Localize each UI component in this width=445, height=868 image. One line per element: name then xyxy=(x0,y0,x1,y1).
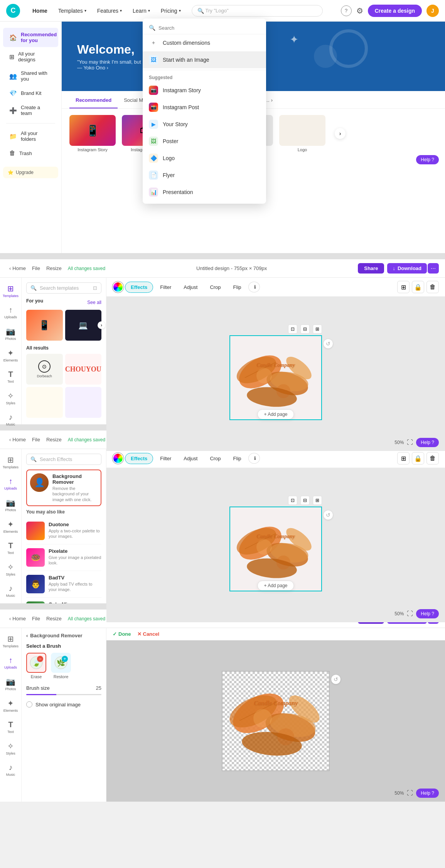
download-button[interactable]: ↓ Download xyxy=(387,263,427,274)
effect-badtv[interactable]: 👨 BadTV Apply bad TV effects to your ima… xyxy=(26,571,101,598)
sidebar-text-3[interactable]: T Text xyxy=(2,717,20,737)
canvas-image-1[interactable]: Candle Company xyxy=(233,341,318,414)
grid-toggle-icon[interactable]: ⊞ xyxy=(397,281,410,293)
sidebar-templates-3[interactable]: ⊞ Templates xyxy=(2,631,20,651)
sidebar-text-2[interactable]: T Text xyxy=(2,538,20,558)
delete-icon-2[interactable]: 🗑 xyxy=(426,452,439,464)
bg-remover-item[interactable]: 👤 Background Remover Remove the backgrou… xyxy=(26,469,101,506)
more-options-button[interactable]: ⋯ xyxy=(428,263,439,274)
dropdown-presentation[interactable]: 📊 Presentation xyxy=(143,184,266,201)
fullscreen-icon-2[interactable]: ⛶ xyxy=(407,610,413,617)
copy-page-btn[interactable]: ⊡ xyxy=(288,324,297,334)
erase-option[interactable]: 🍃 − Erase xyxy=(26,653,46,679)
help-button[interactable]: Help ? xyxy=(416,155,439,164)
dropdown-flyer[interactable]: 📄 Flyer xyxy=(143,167,266,184)
settings-icon[interactable]: ⚙ xyxy=(356,6,363,15)
sidebar-text[interactable]: T Text xyxy=(2,367,20,387)
sidebar-elements-2[interactable]: ✦ Elements xyxy=(2,517,20,537)
info-button-2[interactable]: ℹ xyxy=(248,453,260,464)
sidebar-music-2[interactable]: ♪ Music xyxy=(2,581,20,601)
sidebar-photos-2[interactable]: 📷 Photos xyxy=(2,495,20,515)
help-button-2[interactable]: Help ? xyxy=(416,609,439,618)
done-button[interactable]: ✓ Done xyxy=(113,631,131,637)
copy-page-btn-2[interactable]: ⊡ xyxy=(288,496,297,505)
file-btn-3[interactable]: File xyxy=(29,614,43,623)
sidebar-item-brand-kit[interactable]: 💎 Brand Kit xyxy=(3,86,58,101)
sidebar-uploads[interactable]: ↑ Uploads xyxy=(2,302,20,322)
share-button[interactable]: Share xyxy=(358,263,384,274)
tab-recommended[interactable]: Recommended xyxy=(69,93,118,108)
canvas-image-2[interactable]: Candle Company xyxy=(233,512,318,586)
sidebar-styles[interactable]: ✧ Styles xyxy=(2,388,20,408)
fullscreen-icon-3[interactable]: ⛶ xyxy=(407,790,413,797)
sidebar-music-3[interactable]: ♪ Music xyxy=(2,760,20,780)
refresh-icon-3[interactable]: ↺ xyxy=(331,675,340,684)
refresh-icon-2[interactable]: ↺ xyxy=(324,510,333,520)
show-original-checkbox[interactable] xyxy=(26,701,32,708)
lock-icon[interactable]: 🔒 xyxy=(412,281,424,293)
sidebar-elements-3[interactable]: ✦ Elements xyxy=(2,696,20,716)
sidebar-photos-3[interactable]: 📷 Photos xyxy=(2,674,20,694)
panel-back-btn[interactable]: ‹ Background Remover xyxy=(26,633,101,638)
fullscreen-icon[interactable]: ⛶ xyxy=(407,439,413,446)
nav-home[interactable]: Home xyxy=(28,5,52,16)
sidebar-item-recommended[interactable]: 🏠 Recommended for you xyxy=(3,28,58,47)
dropdown-your-story[interactable]: ▶ Your Story xyxy=(143,116,266,133)
dropdown-custom-dimensions[interactable]: ＋ Custom dimensions xyxy=(143,34,266,51)
template-card-logo[interactable]: Logo xyxy=(279,115,325,152)
duplicate-page-btn-2[interactable]: ⊟ xyxy=(300,496,310,505)
sidebar-item-all-designs[interactable]: ⊞ All your designs xyxy=(3,47,58,66)
expand-page-btn[interactable]: ⊞ xyxy=(313,324,322,334)
sidebar-item-create-team[interactable]: ➕ Create a team xyxy=(3,101,58,120)
back-home-btn[interactable]: ‹ Home xyxy=(6,264,29,273)
sidebar-music[interactable]: ♪ Music xyxy=(2,410,20,429)
add-page-button[interactable]: + Add page xyxy=(257,409,294,419)
effects-button[interactable]: Effects xyxy=(125,282,153,293)
for-you-template-2[interactable]: 💻 xyxy=(65,310,102,341)
effects-button-2[interactable]: Effects xyxy=(125,453,153,464)
template-card-insta-story[interactable]: 📱 Instagram Story xyxy=(69,115,116,152)
nav-search[interactable]: 🔍 Try "Logo" xyxy=(192,5,323,17)
nav-learn[interactable]: Learn ▾ xyxy=(128,5,155,16)
dropdown-logo[interactable]: 🔷 Logo xyxy=(143,150,266,167)
sidebar-elements[interactable]: ✦ Elements xyxy=(2,345,20,365)
canva-logo[interactable]: C xyxy=(6,4,20,18)
result-card-dorbeach[interactable]: ⊙ Dorbeach xyxy=(26,354,63,385)
dropdown-poster[interactable]: 🖼 Poster xyxy=(143,133,266,150)
help-button-3[interactable]: Help ? xyxy=(416,789,439,798)
effect-duotone[interactable]: Duotone Apply a two-color palette to you… xyxy=(26,518,101,544)
result-card-chouyou[interactable]: CHOUYOU xyxy=(65,354,102,385)
nav-features[interactable]: Features ▾ xyxy=(93,5,126,16)
back-home-btn-2[interactable]: ‹ Home xyxy=(6,435,29,444)
result-card-4[interactable] xyxy=(65,387,102,418)
dropdown-search-input[interactable] xyxy=(158,25,223,31)
grid-toggle-icon-2[interactable]: ⊞ xyxy=(397,452,410,464)
add-page-button-2[interactable]: + Add page xyxy=(257,581,294,591)
filter-button[interactable]: Filter xyxy=(155,282,177,292)
sidebar-styles-3[interactable]: ✧ Styles xyxy=(2,738,20,758)
file-btn-2[interactable]: File xyxy=(29,435,43,444)
result-card-3[interactable] xyxy=(26,387,63,418)
sidebar-uploads-2[interactable]: ↑ Uploads xyxy=(2,474,20,493)
sidebar-photos[interactable]: 📷 Photos xyxy=(2,324,20,344)
crop-button[interactable]: Crop xyxy=(204,282,226,292)
avatar[interactable]: J xyxy=(426,5,439,17)
color-picker[interactable] xyxy=(113,282,123,292)
adjust-button-2[interactable]: Adjust xyxy=(178,453,203,464)
help-button-1[interactable]: Help ? xyxy=(416,438,439,447)
dropdown-start-with-image[interactable]: 🖼 Start with an Image xyxy=(143,51,266,68)
sidebar-upgrade-button[interactable]: ⭐ Upgrade xyxy=(3,167,58,178)
sidebar-item-shared[interactable]: 👥 Shared with you xyxy=(3,66,58,86)
flip-button-2[interactable]: Flip xyxy=(228,453,247,464)
expand-page-btn-2[interactable]: ⊞ xyxy=(313,496,322,505)
create-design-button[interactable]: Create a design xyxy=(368,5,422,17)
effect-pixelate[interactable]: 🍩 Pixelate Give your image a pixelated l… xyxy=(26,544,101,571)
cancel-button[interactable]: ✕ Cancel xyxy=(137,631,160,637)
flip-button[interactable]: Flip xyxy=(228,282,247,292)
template-search[interactable]: 🔍 Search templates ⊡ xyxy=(26,282,101,294)
duplicate-page-btn[interactable]: ⊟ xyxy=(300,324,310,334)
restore-option[interactable]: 🌿 + Restore xyxy=(51,653,71,679)
sidebar-styles-2[interactable]: ✧ Styles xyxy=(2,559,20,579)
dropdown-instagram-post[interactable]: 📸 Instagram Post xyxy=(143,99,266,116)
sidebar-templates[interactable]: ⊞ Templates xyxy=(2,281,20,301)
